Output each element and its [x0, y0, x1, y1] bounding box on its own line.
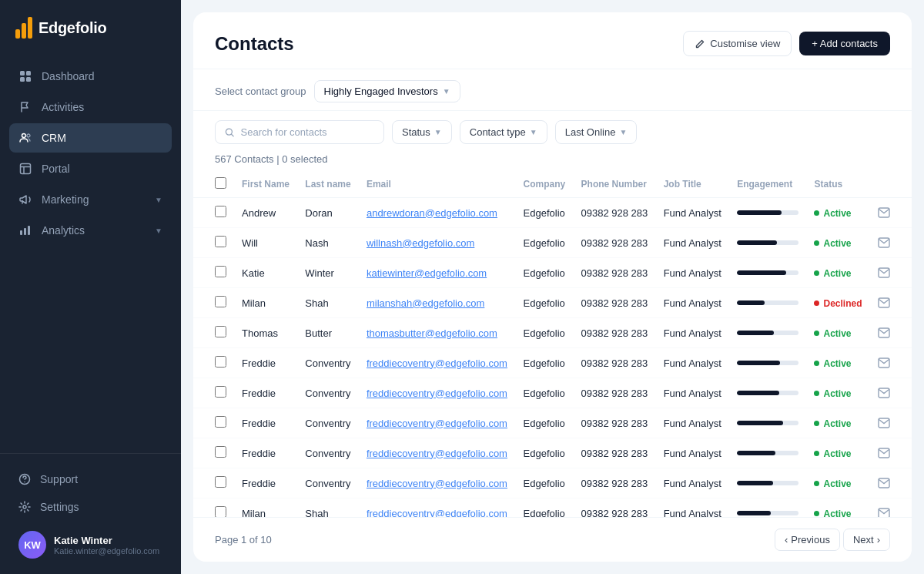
row-checkbox[interactable]	[215, 416, 226, 428]
header-actions: Customise view + Add contacts	[683, 31, 890, 56]
sidebar-item-dashboard[interactable]: Dashboard	[9, 62, 172, 91]
row-mail-action[interactable]	[870, 198, 912, 228]
row-mail-action[interactable]	[870, 258, 912, 288]
row-mail-action[interactable]	[870, 438, 912, 468]
previous-page-button[interactable]: ‹ Previous	[775, 529, 840, 551]
email-link[interactable]: andrewdoran@edgefolio.com	[367, 207, 497, 219]
prev-label: Previous	[791, 534, 830, 545]
email-link[interactable]: freddiecoventry@edgefolio.com	[367, 508, 507, 518]
contact-type-filter[interactable]: Contact type ▼	[460, 120, 547, 144]
row-mail-action[interactable]	[870, 228, 912, 258]
row-phone: 09382 928 283	[574, 228, 656, 258]
row-checkbox[interactable]	[215, 506, 226, 517]
mail-icon	[878, 297, 890, 308]
last-online-chevron-icon: ▼	[619, 128, 627, 136]
th-status: Status	[806, 171, 869, 198]
mail-icon	[878, 508, 890, 517]
sidebar-item-settings[interactable]: Settings	[9, 494, 172, 520]
email-link[interactable]: katiewinter@edgefolio.com	[367, 267, 487, 279]
row-email: milanshah@edgefolio.com	[359, 288, 516, 318]
row-company: Edgefolio	[516, 288, 574, 318]
analytics-label: Analytics	[42, 224, 85, 237]
row-status: Active	[806, 498, 869, 518]
row-company: Edgefolio	[516, 318, 574, 348]
row-checkbox[interactable]	[215, 326, 226, 337]
row-phone: 09382 928 283	[574, 288, 656, 318]
customise-view-button[interactable]: Customise view	[683, 31, 792, 56]
row-mail-action[interactable]	[870, 288, 912, 318]
status-badge: Active	[814, 328, 851, 339]
th-email: Email	[359, 171, 516, 198]
row-checkbox-cell	[193, 378, 234, 408]
row-status: Active	[806, 198, 869, 228]
svg-point-5	[27, 134, 30, 137]
email-link[interactable]: freddiecoventry@edgefolio.com	[367, 357, 507, 369]
mail-icon	[878, 448, 890, 458]
row-mail-action[interactable]	[870, 468, 912, 498]
row-checkbox[interactable]	[215, 266, 226, 277]
search-input[interactable]	[241, 126, 374, 138]
marketing-label: Marketing	[42, 193, 89, 206]
avatar: KW	[18, 531, 46, 559]
row-checkbox-cell	[193, 348, 234, 378]
row-checkbox-cell	[193, 258, 234, 288]
row-mail-action[interactable]	[870, 318, 912, 348]
group-select[interactable]: Highly Engaged Investors ▼	[314, 80, 460, 102]
flag-icon	[18, 100, 32, 114]
sidebar-item-analytics[interactable]: Analytics ▼	[9, 216, 172, 245]
row-company: Edgefolio	[516, 408, 574, 438]
sidebar-item-marketing[interactable]: Marketing ▼	[9, 185, 172, 214]
row-mail-action[interactable]	[870, 408, 912, 438]
row-checkbox[interactable]	[215, 296, 226, 307]
add-contacts-button[interactable]: + Add contacts	[799, 32, 890, 55]
row-lastname: Doran	[297, 198, 359, 228]
last-online-filter[interactable]: Last Online ▼	[555, 120, 638, 144]
row-checkbox[interactable]	[215, 386, 226, 398]
sidebar-item-activities[interactable]: Activities	[9, 92, 172, 122]
analytics-arrow: ▼	[155, 227, 162, 235]
row-checkbox-cell	[193, 288, 234, 318]
row-mail-action[interactable]	[870, 378, 912, 408]
row-phone: 09382 928 283	[574, 468, 656, 498]
row-checkbox-cell	[193, 408, 234, 438]
table-row: Freddie Conventry freddiecoventry@edgefo…	[193, 468, 912, 498]
svg-rect-9	[28, 226, 30, 235]
row-job: Fund Analyst	[656, 378, 729, 408]
row-company: Edgefolio	[516, 198, 574, 228]
row-checkbox-cell	[193, 198, 234, 228]
status-badge: Active	[814, 358, 851, 369]
user-profile[interactable]: KW Katie Winter Katie.winter@edgefolio.c…	[9, 522, 172, 562]
email-link[interactable]: milanshah@edgefolio.com	[367, 297, 484, 309]
row-mail-action[interactable]	[870, 498, 912, 518]
select-all-checkbox[interactable]	[215, 177, 226, 189]
status-dot	[814, 331, 819, 336]
search-icon	[225, 127, 235, 138]
contacts-tbody: Andrew Doran andrewdoran@edgefolio.com E…	[193, 198, 912, 518]
email-link[interactable]: freddiecoventry@edgefolio.com	[367, 478, 507, 489]
email-link[interactable]: freddiecoventry@edgefolio.com	[367, 448, 507, 459]
status-filter[interactable]: Status ▼	[392, 120, 452, 144]
row-checkbox[interactable]	[215, 446, 226, 458]
pagination: Page 1 of 10 ‹ Previous Next ›	[193, 517, 912, 562]
email-link[interactable]: willnash@edgefolio.com	[367, 237, 474, 249]
row-checkbox[interactable]	[215, 476, 226, 488]
settings-label: Settings	[40, 501, 79, 513]
search-box[interactable]	[215, 120, 384, 144]
row-checkbox[interactable]	[215, 236, 226, 247]
sidebar-item-crm[interactable]: CRM	[9, 123, 172, 153]
status-badge: Active	[814, 268, 851, 279]
status-badge: Active	[814, 418, 851, 429]
row-checkbox[interactable]	[215, 206, 226, 217]
row-job: Fund Analyst	[656, 258, 729, 288]
email-link[interactable]: freddiecoventry@edgefolio.com	[367, 418, 507, 429]
sidebar-item-portal[interactable]: Portal	[9, 154, 172, 183]
next-page-button[interactable]: Next ›	[843, 529, 890, 551]
row-checkbox[interactable]	[215, 356, 226, 368]
row-firstname: Freddie	[234, 378, 297, 408]
email-link[interactable]: thomasbutter@edgefolio.com	[367, 327, 497, 339]
sidebar-item-support[interactable]: Support	[9, 466, 172, 492]
group-label: Select contact group	[215, 86, 306, 97]
row-mail-action[interactable]	[870, 348, 912, 378]
email-link[interactable]: freddiecoventry@edgefolio.com	[367, 388, 507, 399]
row-job: Fund Analyst	[656, 498, 729, 518]
